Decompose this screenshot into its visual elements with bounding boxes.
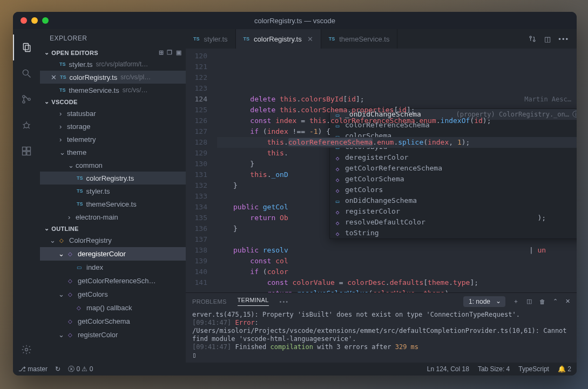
code-line[interactable]: } xyxy=(217,159,577,169)
code-line[interactable]: const colorValue = colorDesc.defaults[th… xyxy=(217,277,577,288)
line-number[interactable]: 140 xyxy=(186,267,207,277)
line-number[interactable]: 134 xyxy=(186,202,207,213)
folder-item[interactable]: ›telemetry xyxy=(40,133,186,146)
open-editor-item[interactable]: TSstyler.tssrc/vs/platform/t… xyxy=(40,58,186,71)
editor-tab[interactable]: TSthemeService.ts xyxy=(321,29,398,49)
outline-item[interactable]: ⌄◇deregisterColor xyxy=(40,247,186,261)
scm-activity-icon[interactable] xyxy=(13,86,40,112)
folder-item[interactable]: ›statusbar xyxy=(40,107,186,120)
code-line[interactable]: return Ob ); xyxy=(217,213,577,223)
problems-tab[interactable]: PROBLEMS xyxy=(192,298,227,305)
line-number[interactable]: 124 xyxy=(186,94,207,105)
code-line[interactable]: this._onD xyxy=(217,169,577,180)
search-activity-icon[interactable] xyxy=(13,60,40,86)
split-editor-icon[interactable]: ◫ xyxy=(544,35,551,43)
open-editor-item[interactable]: ✕TScolorRegistry.tssrc/vs/pl… xyxy=(40,71,186,84)
outline-item[interactable]: ▭index xyxy=(40,261,186,274)
close-tab-icon[interactable]: ✕ xyxy=(307,35,313,43)
line-number[interactable]: 137 xyxy=(186,234,207,245)
file-item[interactable]: TScolorRegistry.ts xyxy=(40,172,186,185)
code-line[interactable]: const index = this.colorReferenceSchema.… xyxy=(217,115,577,126)
line-number[interactable]: 127 xyxy=(186,126,207,137)
code-line[interactable]: if (index !== -1) { xyxy=(217,126,577,137)
tabsize-status[interactable]: Tab Size: 4 xyxy=(478,365,510,373)
workspace-header[interactable]: ⌄ VSCODE xyxy=(40,97,186,107)
code-line[interactable] xyxy=(217,191,577,202)
line-number[interactable]: 123 xyxy=(186,83,207,94)
line-number[interactable]: 132 xyxy=(186,180,207,191)
line-number[interactable]: 138 xyxy=(186,245,207,256)
line-number[interactable]: 121 xyxy=(186,62,207,72)
line-number[interactable]: 129 xyxy=(186,148,207,159)
editor-tab[interactable]: TSstyler.ts xyxy=(186,29,236,49)
folder-item[interactable]: ⌄theme xyxy=(40,146,186,159)
close-editor-icon[interactable]: ✕ xyxy=(51,73,57,81)
line-number[interactable]: 125 xyxy=(186,105,207,115)
line-number[interactable]: 131 xyxy=(186,169,207,180)
code-line[interactable]: const col xyxy=(217,256,577,267)
folder-item[interactable]: ›electron-main xyxy=(40,210,186,223)
close-all-icon[interactable]: ▣ xyxy=(176,49,181,56)
split-terminal-icon[interactable]: ◫ xyxy=(526,298,532,305)
save-all-icon[interactable]: ❐ xyxy=(167,49,172,56)
code-editor[interactable]: 1201211221231241251261271281291301311321… xyxy=(186,49,577,292)
line-number[interactable]: 133 xyxy=(186,191,207,202)
notifications-status[interactable]: 🔔 2 xyxy=(558,365,571,373)
line-number[interactable]: 139 xyxy=(186,256,207,267)
more-actions-icon[interactable]: ••• xyxy=(558,35,569,43)
line-number[interactable]: 122 xyxy=(186,72,207,83)
code-content[interactable]: Martin Aesc… ▭_onDidChangeSchema(propert… xyxy=(217,49,577,292)
line-number[interactable]: 126 xyxy=(186,115,207,126)
outline-item[interactable]: ◇map() callback xyxy=(40,301,186,315)
line-number[interactable]: 120 xyxy=(186,51,207,62)
explorer-activity-icon[interactable] xyxy=(13,35,40,60)
open-editors-header[interactable]: ⌄ OPEN EDITORS ⊞ ❐ ▣ xyxy=(40,47,186,58)
folder-item[interactable]: ⌄common xyxy=(40,159,186,172)
code-line[interactable]: } xyxy=(217,180,577,191)
line-number[interactable]: 141 xyxy=(186,277,207,288)
outline-item[interactable]: ◇getColorReferenceSch… xyxy=(40,274,186,288)
line-number[interactable]: 128 xyxy=(186,137,207,148)
file-item[interactable]: TSthemeService.ts xyxy=(40,197,186,210)
line-number[interactable]: 135 xyxy=(186,213,207,223)
branch-status[interactable]: ⎇ master xyxy=(18,365,48,373)
terminal-output[interactable]: erver.ts(475,15): Property 'isBuilt' doe… xyxy=(186,310,577,363)
folder-item[interactable]: ›storage xyxy=(40,120,186,133)
code-line[interactable] xyxy=(217,234,577,245)
problems-status[interactable]: ⓧ 0 ⚠ 0 xyxy=(68,365,93,374)
new-file-icon[interactable]: ⊞ xyxy=(159,49,164,56)
code-line[interactable]: delete this.colorsById[id]; xyxy=(217,94,577,105)
language-status[interactable]: TypeScript xyxy=(518,365,549,373)
code-line[interactable]: public resolv | un xyxy=(217,245,577,256)
debug-activity-icon[interactable] xyxy=(13,112,40,138)
outline-item[interactable]: ◇getColorSchema xyxy=(40,315,186,328)
outline-header[interactable]: ⌄ OUTLINE xyxy=(40,223,186,234)
close-panel-icon[interactable]: ✕ xyxy=(565,298,570,305)
code-line[interactable]: return resolveColorValue(colorValue, the… xyxy=(217,288,577,292)
sync-status-icon[interactable]: ↻ xyxy=(55,365,60,373)
outline-item[interactable]: ⌄◇registerColor xyxy=(40,328,186,342)
compare-changes-icon[interactable] xyxy=(528,35,537,43)
new-terminal-icon[interactable]: ＋ xyxy=(513,297,519,305)
extensions-activity-icon[interactable] xyxy=(13,138,40,164)
outline-item[interactable]: ⌄◇ColorRegistry xyxy=(40,234,186,247)
settings-activity-icon[interactable] xyxy=(13,337,40,363)
code-line[interactable]: this. xyxy=(217,148,577,159)
maximize-panel-icon[interactable]: ⌃ xyxy=(553,298,558,305)
file-item[interactable]: TSstyler.ts xyxy=(40,185,186,197)
open-editor-item[interactable]: TSthemeService.tssrc/vs/… xyxy=(40,84,186,97)
cursor-position-status[interactable]: Ln 124, Col 18 xyxy=(427,365,469,373)
kill-terminal-icon[interactable]: 🗑 xyxy=(539,298,545,305)
line-number[interactable]: 136 xyxy=(186,223,207,234)
terminal-tab[interactable]: TERMINAL xyxy=(238,297,269,306)
terminal-selector-dropdown[interactable]: 1: node xyxy=(463,296,505,307)
code-line[interactable]: public getCol xyxy=(217,202,577,213)
code-line[interactable]: delete this.colorSchema.properties[id]; xyxy=(217,105,577,115)
line-number[interactable]: 130 xyxy=(186,159,207,169)
code-line[interactable]: if (color xyxy=(217,267,577,277)
more-panel-icon[interactable]: ••• xyxy=(280,298,289,305)
code-line[interactable]: } xyxy=(217,223,577,234)
code-line[interactable]: this.colorReferenceSchema.enum.splice(in… xyxy=(217,137,577,148)
editor-tab[interactable]: TScolorRegistry.ts✕ xyxy=(236,29,321,49)
outline-item[interactable]: ⌄◇getColors xyxy=(40,288,186,301)
